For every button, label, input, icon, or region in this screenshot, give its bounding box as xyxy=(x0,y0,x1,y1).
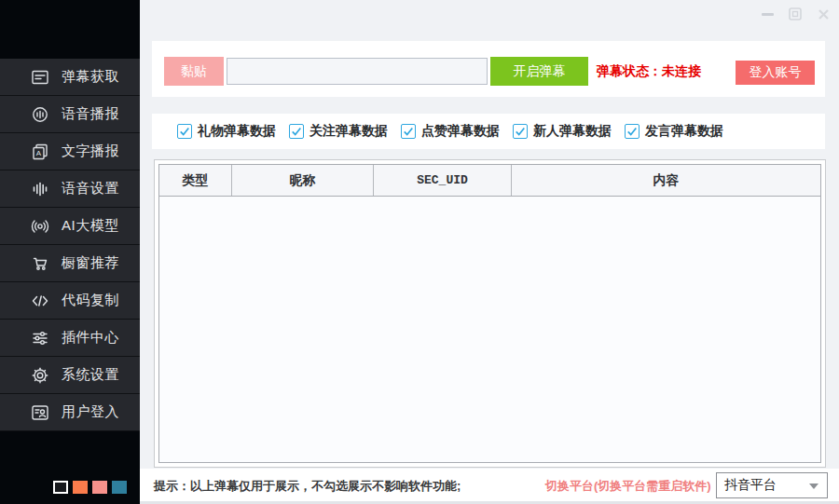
sidebar-item-danmaku-capture[interactable]: 弹幕获取 xyxy=(0,59,140,96)
sidebar-menu: 弹幕获取 语音播报 A xyxy=(0,59,140,431)
filter-chat-danmaku[interactable]: 发言弹幕数据 xyxy=(625,123,723,140)
filter-label: 关注弹幕数据 xyxy=(309,123,388,140)
filter-label: 礼物弹幕数据 xyxy=(198,123,276,140)
table-header-content: 内容 xyxy=(512,165,820,196)
danmaku-list-icon xyxy=(31,68,49,87)
sidebar-item-label: AI大模型 xyxy=(62,217,119,235)
sidebar-item-voice-settings[interactable]: 语音设置 xyxy=(0,170,140,208)
sidebar-item-showcase-recommend[interactable]: 橱窗推荐 xyxy=(0,245,140,282)
checkbox-checked-icon[interactable] xyxy=(401,124,416,139)
shopping-cart-icon xyxy=(31,254,49,273)
close-button[interactable] xyxy=(815,6,832,22)
danmaku-status: 弹幕状态：未连接 xyxy=(597,63,701,80)
paste-button[interactable]: 黏贴 xyxy=(164,57,224,86)
text-broadcast-icon: A xyxy=(31,143,49,161)
theme-swatch-pink[interactable] xyxy=(92,481,107,494)
sidebar-item-user-login[interactable]: 用户登入 xyxy=(0,394,140,431)
platform-select[interactable]: 抖音平台 xyxy=(716,472,828,498)
footer-bar: 提示：以上弹幕仅用于展示，不勾选展示不影响软件功能; 切换平台(切换平台需重启软… xyxy=(140,469,839,504)
sidebar-item-voice-broadcast[interactable]: 语音播报 xyxy=(0,96,140,133)
user-card-icon xyxy=(31,403,49,422)
table-body-empty xyxy=(159,197,820,462)
window-controls xyxy=(759,6,832,22)
checkbox-checked-icon[interactable] xyxy=(513,124,528,139)
sidebar-item-label: 插件中心 xyxy=(62,329,119,347)
switch-platform-note: 切换平台(切换平台需重启软件) xyxy=(545,478,711,495)
filter-follow-danmaku[interactable]: 关注弹幕数据 xyxy=(289,123,388,140)
code-icon xyxy=(31,292,49,310)
filter-label: 新人弹幕数据 xyxy=(533,123,612,140)
theme-swatch-teal[interactable] xyxy=(112,481,127,494)
close-icon xyxy=(818,8,830,20)
filter-label: 点赞弹幕数据 xyxy=(421,123,500,140)
ai-broadcast-icon xyxy=(31,217,49,236)
table-header-row: 类型 昵称 SEC_UID 内容 xyxy=(159,165,820,197)
sidebar-item-ai-model[interactable]: AI大模型 xyxy=(0,208,140,245)
svg-text:A: A xyxy=(36,149,42,157)
login-account-button[interactable]: 登入账号 xyxy=(736,61,815,85)
start-danmaku-button[interactable]: 开启弹幕 xyxy=(490,57,588,86)
sidebar-item-code-copy[interactable]: 代码复制 xyxy=(0,282,140,320)
app-window: 弹幕获取 语音播报 A xyxy=(0,0,839,504)
filter-like-danmaku[interactable]: 点赞弹幕数据 xyxy=(401,123,500,140)
maximize-button[interactable] xyxy=(787,6,804,22)
sidebar-item-label: 橱窗推荐 xyxy=(62,254,119,272)
checkbox-checked-icon[interactable] xyxy=(625,124,640,139)
sidebar-item-label: 代码复制 xyxy=(62,292,119,309)
danmaku-table: 类型 昵称 SEC_UID 内容 xyxy=(158,164,821,463)
danmaku-table-panel: 类型 昵称 SEC_UID 内容 xyxy=(154,159,826,468)
room-url-input[interactable] xyxy=(227,58,488,85)
minimize-icon xyxy=(762,13,774,16)
sidebar-item-text-broadcast[interactable]: A 文字播报 xyxy=(0,133,140,170)
sidebar-item-label: 系统设置 xyxy=(62,366,119,384)
maximize-icon xyxy=(789,7,802,20)
filter-gift-danmaku[interactable]: 礼物弹幕数据 xyxy=(177,123,276,140)
sidebar-item-label: 文字播报 xyxy=(62,143,119,160)
sidebar-item-label: 语音设置 xyxy=(62,180,119,198)
sidebar-item-label: 语音播报 xyxy=(62,105,119,123)
table-header-nickname: 昵称 xyxy=(232,165,374,196)
minimize-button[interactable] xyxy=(759,6,776,22)
table-header-sec-uid: SEC_UID xyxy=(374,165,512,196)
filter-newcomer-danmaku[interactable]: 新人弹幕数据 xyxy=(513,123,612,140)
sidebar-item-plugin-center[interactable]: 插件中心 xyxy=(0,320,140,357)
checkbox-checked-icon[interactable] xyxy=(289,124,304,139)
filter-label: 发言弹幕数据 xyxy=(645,123,723,140)
chevron-down-icon xyxy=(809,484,818,489)
sidebar-item-label: 弹幕获取 xyxy=(62,68,119,86)
theme-swatch-orange[interactable] xyxy=(73,481,88,494)
platform-select-value: 抖音平台 xyxy=(724,477,777,494)
theme-swatches xyxy=(53,481,127,494)
sliders-icon xyxy=(31,329,49,347)
gear-icon xyxy=(31,366,49,385)
theme-swatch-dark[interactable] xyxy=(53,481,68,494)
voice-broadcast-icon xyxy=(31,105,49,124)
hint-text: 提示：以上弹幕仅用于展示，不勾选展示不影响软件功能; xyxy=(154,478,461,495)
toolbar-panel: 黏贴 开启弹幕 弹幕状态：未连接 登入账号 xyxy=(152,41,825,97)
sidebar: 弹幕获取 语音播报 A xyxy=(0,0,140,504)
checkbox-checked-icon[interactable] xyxy=(177,124,192,139)
voice-equalizer-icon xyxy=(31,180,49,198)
sidebar-item-system-settings[interactable]: 系统设置 xyxy=(0,357,140,394)
status-value: 未连接 xyxy=(662,63,701,78)
table-header-type: 类型 xyxy=(159,165,232,196)
sidebar-item-label: 用户登入 xyxy=(62,403,119,421)
status-label: 弹幕状态： xyxy=(597,63,662,78)
filter-panel: 礼物弹幕数据 关注弹幕数据 点赞弹幕数据 新人弹幕数据 发言弹幕数据 xyxy=(152,114,825,149)
